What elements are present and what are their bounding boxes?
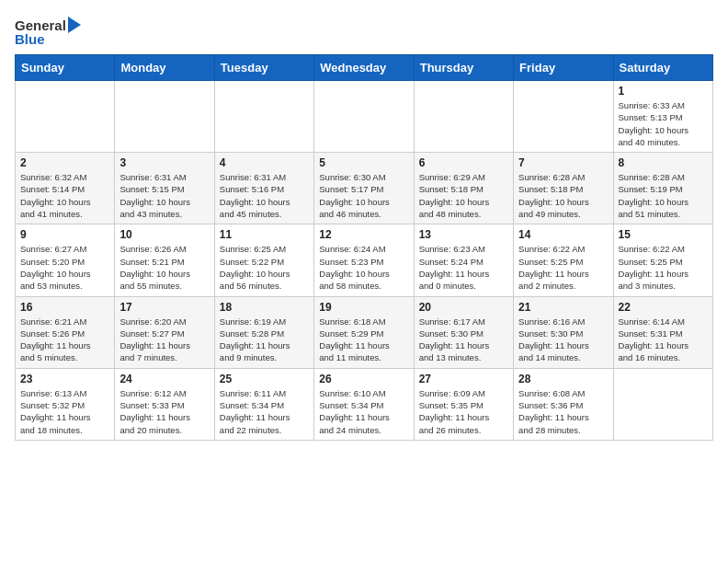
day-number: 10 [119, 228, 209, 241]
day-number: 21 [518, 301, 608, 314]
day-number: 26 [319, 373, 408, 385]
day-number: 17 [119, 301, 209, 314]
calendar-week-row: 1Sunrise: 6:33 AM Sunset: 5:13 PM Daylig… [16, 81, 713, 153]
day-info: Sunrise: 6:17 AM Sunset: 5:30 PM Dayligh… [419, 316, 508, 364]
day-info: Sunrise: 6:23 AM Sunset: 5:24 PM Dayligh… [419, 243, 508, 292]
day-number: 16 [20, 301, 109, 314]
day-info: Sunrise: 6:24 AM Sunset: 5:23 PM Dayligh… [319, 243, 408, 292]
calendar-week-row: 9Sunrise: 6:27 AM Sunset: 5:20 PM Daylig… [16, 224, 713, 296]
calendar-cell: 9Sunrise: 6:27 AM Sunset: 5:20 PM Daylig… [16, 224, 115, 296]
calendar-cell [414, 81, 513, 153]
day-info: Sunrise: 6:21 AM Sunset: 5:26 PM Dayligh… [20, 316, 109, 364]
day-info: Sunrise: 6:18 AM Sunset: 5:29 PM Dayligh… [319, 316, 408, 364]
header: General Blue [15, 15, 713, 47]
day-info: Sunrise: 6:28 AM Sunset: 5:19 PM Dayligh… [619, 171, 708, 220]
day-info: Sunrise: 6:32 AM Sunset: 5:14 PM Dayligh… [20, 171, 109, 220]
day-number: 8 [619, 156, 708, 169]
day-info: Sunrise: 6:13 AM Sunset: 5:32 PM Dayligh… [20, 387, 109, 436]
day-number: 3 [119, 156, 209, 169]
day-number: 18 [220, 301, 309, 314]
day-number: 11 [220, 228, 309, 241]
day-number: 27 [419, 373, 508, 385]
day-number: 12 [319, 228, 408, 241]
day-of-week-header: Thursday [414, 55, 513, 81]
day-info: Sunrise: 6:22 AM Sunset: 5:25 PM Dayligh… [619, 243, 708, 292]
logo: General Blue [15, 15, 85, 47]
day-info: Sunrise: 6:26 AM Sunset: 5:21 PM Dayligh… [119, 243, 209, 292]
calendar-week-row: 2Sunrise: 6:32 AM Sunset: 5:14 PM Daylig… [16, 153, 713, 224]
calendar-cell: 17Sunrise: 6:20 AM Sunset: 5:27 PM Dayli… [115, 296, 214, 368]
day-number: 24 [119, 373, 209, 385]
day-number: 6 [419, 156, 508, 169]
day-info: Sunrise: 6:11 AM Sunset: 5:34 PM Dayligh… [220, 387, 309, 436]
calendar-cell: 28Sunrise: 6:08 AM Sunset: 5:36 PM Dayli… [514, 368, 613, 440]
day-number: 1 [619, 85, 708, 98]
calendar-cell: 1Sunrise: 6:33 AM Sunset: 5:13 PM Daylig… [613, 81, 712, 153]
day-header-row: SundayMondayTuesdayWednesdayThursdayFrid… [16, 55, 713, 81]
calendar-cell: 15Sunrise: 6:22 AM Sunset: 5:25 PM Dayli… [613, 224, 712, 296]
logo-general-text: General [15, 17, 66, 33]
page: General Blue SundayMondayTuesdayWednesda… [0, 0, 728, 450]
calendar-cell: 7Sunrise: 6:28 AM Sunset: 5:18 PM Daylig… [514, 153, 613, 224]
day-info: Sunrise: 6:28 AM Sunset: 5:18 PM Dayligh… [518, 171, 608, 220]
calendar-cell: 19Sunrise: 6:18 AM Sunset: 5:29 PM Dayli… [314, 296, 414, 368]
day-info: Sunrise: 6:31 AM Sunset: 5:16 PM Dayligh… [220, 171, 309, 220]
day-number: 9 [20, 228, 109, 241]
calendar-week-row: 16Sunrise: 6:21 AM Sunset: 5:26 PM Dayli… [16, 296, 713, 368]
calendar-cell: 22Sunrise: 6:14 AM Sunset: 5:31 PM Dayli… [613, 296, 712, 368]
calendar-header: SundayMondayTuesdayWednesdayThursdayFrid… [16, 55, 713, 81]
calendar-cell: 10Sunrise: 6:26 AM Sunset: 5:21 PM Dayli… [115, 224, 214, 296]
day-number: 15 [619, 228, 708, 241]
day-info: Sunrise: 6:30 AM Sunset: 5:17 PM Dayligh… [319, 171, 408, 220]
day-info: Sunrise: 6:12 AM Sunset: 5:33 PM Dayligh… [119, 387, 209, 436]
day-of-week-header: Friday [514, 55, 613, 81]
calendar-cell: 8Sunrise: 6:28 AM Sunset: 5:19 PM Daylig… [613, 153, 712, 224]
day-info: Sunrise: 6:20 AM Sunset: 5:27 PM Dayligh… [119, 316, 209, 364]
logo-arrow-icon [68, 15, 85, 35]
day-info: Sunrise: 6:27 AM Sunset: 5:20 PM Dayligh… [20, 243, 109, 292]
calendar-cell: 5Sunrise: 6:30 AM Sunset: 5:17 PM Daylig… [314, 153, 414, 224]
calendar-cell: 20Sunrise: 6:17 AM Sunset: 5:30 PM Dayli… [414, 296, 513, 368]
calendar-cell: 27Sunrise: 6:09 AM Sunset: 5:35 PM Dayli… [414, 368, 513, 440]
calendar-cell: 25Sunrise: 6:11 AM Sunset: 5:34 PM Dayli… [214, 368, 313, 440]
calendar-cell [514, 81, 613, 153]
day-number: 22 [619, 301, 708, 314]
calendar-cell [16, 81, 115, 153]
day-number: 2 [20, 156, 109, 169]
calendar-cell: 11Sunrise: 6:25 AM Sunset: 5:22 PM Dayli… [214, 224, 313, 296]
calendar-cell: 16Sunrise: 6:21 AM Sunset: 5:26 PM Dayli… [16, 296, 115, 368]
svg-marker-0 [68, 17, 81, 33]
calendar-body: 1Sunrise: 6:33 AM Sunset: 5:13 PM Daylig… [16, 81, 713, 441]
day-info: Sunrise: 6:33 AM Sunset: 5:13 PM Dayligh… [619, 99, 708, 148]
day-number: 19 [319, 301, 408, 314]
day-number: 28 [518, 373, 608, 385]
day-info: Sunrise: 6:25 AM Sunset: 5:22 PM Dayligh… [220, 243, 309, 292]
day-number: 4 [220, 156, 309, 169]
calendar-week-row: 23Sunrise: 6:13 AM Sunset: 5:32 PM Dayli… [16, 368, 713, 440]
day-info: Sunrise: 6:29 AM Sunset: 5:18 PM Dayligh… [419, 171, 508, 220]
day-of-week-header: Monday [115, 55, 214, 81]
day-of-week-header: Tuesday [214, 55, 313, 81]
day-number: 5 [319, 156, 408, 169]
logo-blue-text: Blue [15, 31, 45, 47]
day-info: Sunrise: 6:31 AM Sunset: 5:15 PM Dayligh… [119, 171, 209, 220]
calendar-cell: 13Sunrise: 6:23 AM Sunset: 5:24 PM Dayli… [414, 224, 513, 296]
calendar-cell: 18Sunrise: 6:19 AM Sunset: 5:28 PM Dayli… [214, 296, 313, 368]
calendar-cell: 6Sunrise: 6:29 AM Sunset: 5:18 PM Daylig… [414, 153, 513, 224]
day-info: Sunrise: 6:10 AM Sunset: 5:34 PM Dayligh… [319, 387, 408, 436]
calendar-cell: 26Sunrise: 6:10 AM Sunset: 5:34 PM Dayli… [314, 368, 414, 440]
day-info: Sunrise: 6:14 AM Sunset: 5:31 PM Dayligh… [619, 316, 708, 364]
day-number: 7 [518, 156, 608, 169]
day-info: Sunrise: 6:19 AM Sunset: 5:28 PM Dayligh… [220, 316, 309, 364]
day-number: 20 [419, 301, 508, 314]
day-number: 25 [220, 373, 309, 385]
day-info: Sunrise: 6:22 AM Sunset: 5:25 PM Dayligh… [518, 243, 608, 292]
day-of-week-header: Sunday [16, 55, 115, 81]
day-info: Sunrise: 6:08 AM Sunset: 5:36 PM Dayligh… [518, 387, 608, 436]
day-number: 14 [518, 228, 608, 241]
calendar-cell: 23Sunrise: 6:13 AM Sunset: 5:32 PM Dayli… [16, 368, 115, 440]
calendar-cell: 24Sunrise: 6:12 AM Sunset: 5:33 PM Dayli… [115, 368, 214, 440]
day-of-week-header: Wednesday [314, 55, 414, 81]
calendar-cell [214, 81, 313, 153]
calendar-cell: 12Sunrise: 6:24 AM Sunset: 5:23 PM Dayli… [314, 224, 414, 296]
